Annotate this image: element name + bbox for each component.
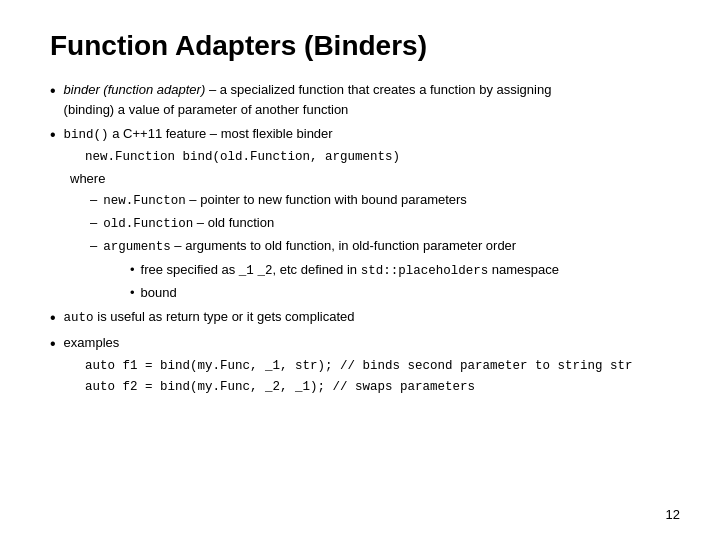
dash-text-2: – old function — [193, 215, 274, 230]
new-functon-code: new.Functon — [103, 194, 186, 208]
examples-label: examples — [64, 335, 120, 350]
new-function-line: new.Function bind(old.Function, argument… — [70, 148, 670, 167]
code-block: new.Function bind(old.Function, argument… — [70, 148, 670, 167]
sub-dot-1: • — [130, 260, 135, 281]
example2-code: auto f2 = bind(my.Func, _2, _1); — [85, 380, 325, 394]
bullet-content-4: examples — [64, 333, 670, 353]
auto-code: auto — [64, 311, 94, 325]
bind-text: a C++11 feature – most flexible binder — [109, 126, 333, 141]
where-section: where — [70, 169, 670, 189]
sub-dot-2: • — [130, 283, 135, 303]
example2-comment: // swaps parameters — [325, 380, 475, 394]
dash-content-3: arguments – arguments to old function, i… — [103, 236, 516, 257]
bullet-item-1: • binder (function adapter) – a speciali… — [50, 80, 670, 120]
new-function-code: new.Function bind(old.Function, argument… — [85, 150, 400, 164]
bullet-dot-1: • — [50, 81, 56, 102]
bullet-item-3: • auto is useful as return type or it ge… — [50, 307, 670, 329]
sub-bullet-2: • bound — [130, 283, 670, 303]
bullet-content-2: bind() a C++11 feature – most flexible b… — [64, 124, 670, 145]
dash-item-1: – new.Functon – pointer to new function … — [90, 190, 670, 211]
etc-text: , etc defined in — [273, 262, 361, 277]
page-number: 12 — [666, 507, 680, 522]
sub-content-1: free specified as _1 _2, etc defined in … — [141, 260, 559, 281]
binding-text: (binding) a value of parameter of anothe… — [64, 102, 349, 117]
dash-item-2: – old.Function – old function — [90, 213, 670, 234]
namespace-text: namespace — [488, 262, 559, 277]
slide-page: Function Adapters (Binders) • binder (fu… — [0, 0, 720, 540]
bullet-dot-4: • — [50, 334, 56, 355]
binder-text1: – a specialized function that creates a … — [205, 82, 551, 97]
slide-content: • binder (function adapter) – a speciali… — [50, 80, 670, 398]
dash-1: – — [90, 190, 97, 211]
dash-item-3: – arguments – arguments to old function,… — [90, 236, 670, 257]
bullet-dot-3: • — [50, 308, 56, 329]
arguments-code: arguments — [103, 240, 171, 254]
bullet-item-4: • examples — [50, 333, 670, 355]
bind-code: bind() — [64, 128, 109, 142]
sub-bullet-section: • free specified as _1 _2, etc defined i… — [130, 260, 670, 304]
bullet-dot-2: • — [50, 125, 56, 146]
auto-text: is useful as return type or it gets comp… — [94, 309, 355, 324]
example2-line: auto f2 = bind(my.Func, _2, _1); // swap… — [70, 378, 670, 397]
sub-content-2: bound — [141, 283, 177, 303]
examples-block: auto f1 = bind(my.Func, _1, str); // bin… — [70, 357, 670, 398]
free-text: free specified as — [141, 262, 239, 277]
bullet-item-2: • bind() a C++11 feature – most flexible… — [50, 124, 670, 146]
binder-label: binder (function adapter) – a specialize… — [64, 82, 552, 97]
where-label: where — [70, 171, 105, 186]
slide-title: Function Adapters (Binders) — [50, 30, 670, 62]
bullet-content-1: binder (function adapter) – a specialize… — [64, 80, 670, 120]
dash-text-1: – pointer to new function with bound par… — [186, 192, 467, 207]
example1-comment: // binds second parameter to string str — [333, 359, 633, 373]
bullet-content-3: auto is useful as return type or it gets… — [64, 307, 670, 328]
dash-list: – new.Functon – pointer to new function … — [90, 190, 670, 258]
dash-content-1: new.Functon – pointer to new function wi… — [103, 190, 467, 211]
example1-code: auto f1 = bind(my.Func, _1, str); — [85, 359, 333, 373]
dash-2: – — [90, 213, 97, 234]
sub-bullet-1: • free specified as _1 _2, etc defined i… — [130, 260, 670, 281]
dash-3: – — [90, 236, 97, 257]
dash-text-3: – arguments to old function, in old-func… — [171, 238, 516, 253]
placeholders-ns-code: std::placeholders — [361, 264, 489, 278]
placeholder2-code: _2 — [257, 264, 272, 278]
old-function-code: old.Function — [103, 217, 193, 231]
binder-italic: binder (function adapter) — [64, 82, 206, 97]
placeholder1-code: _1 — [239, 264, 254, 278]
example1-line: auto f1 = bind(my.Func, _1, str); // bin… — [70, 357, 670, 376]
dash-content-2: old.Function – old function — [103, 213, 274, 234]
